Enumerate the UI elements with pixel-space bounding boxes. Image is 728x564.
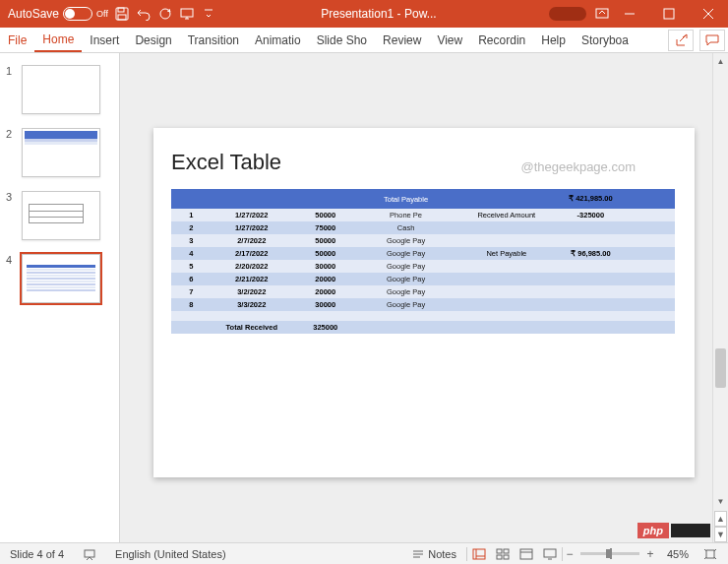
thumbnail-1[interactable]: 1 xyxy=(0,61,119,124)
table-row[interactable]: 62/21/202220000Google Pay xyxy=(171,273,675,285)
slide-editor[interactable]: Excel Table @thegeekpage.com Total Payab… xyxy=(120,53,728,542)
data-table[interactable]: Total Payable ₹ 421,985.00 11/27/2022500… xyxy=(171,189,675,334)
svg-rect-7 xyxy=(664,9,674,19)
table-row[interactable]: 11/27/202250000Phone PeReceived Amount-3… xyxy=(171,209,675,221)
svg-rect-19 xyxy=(497,555,502,559)
thumbnail-preview xyxy=(22,191,100,240)
qat-more-icon[interactable] xyxy=(201,6,216,22)
minimize-button[interactable] xyxy=(610,0,649,28)
notes-button[interactable]: Notes xyxy=(402,548,466,560)
svg-rect-2 xyxy=(118,15,126,20)
titlebar: AutoSave Off Presentation1 - Pow... xyxy=(0,0,728,28)
normal-view-button[interactable] xyxy=(468,545,490,563)
close-button[interactable] xyxy=(689,0,728,28)
thumbnail-number: 1 xyxy=(6,65,16,77)
table-row[interactable]: 21/27/202275000Cash xyxy=(171,221,675,234)
thumbnail-preview xyxy=(22,254,100,303)
thumbnail-number: 4 xyxy=(6,254,16,266)
thumbnail-number: 3 xyxy=(6,191,16,203)
autosave-state: Off xyxy=(96,9,108,19)
svg-rect-20 xyxy=(504,555,509,559)
svg-rect-4 xyxy=(181,9,193,17)
tab-storyboard[interactable]: Storyboa xyxy=(574,28,637,52)
table-row[interactable]: 32/7/202250000Google Pay xyxy=(171,234,675,247)
slide-position[interactable]: Slide 4 of 4 xyxy=(0,548,74,560)
svg-rect-21 xyxy=(520,549,532,559)
thumbnail-4[interactable]: 4 xyxy=(0,250,119,313)
tab-animations[interactable]: Animatio xyxy=(247,28,309,52)
total-payable-value: ₹ 421,985.00 xyxy=(560,189,621,209)
zoom-out-button[interactable]: − xyxy=(563,547,576,561)
tab-help[interactable]: Help xyxy=(533,28,574,52)
language-status[interactable]: English (United States) xyxy=(105,548,236,560)
total-row: Total Received325000 xyxy=(171,321,675,334)
toggle-pill-icon xyxy=(63,7,92,21)
scroll-up-icon[interactable]: ▲ xyxy=(713,53,728,69)
php-badge: php xyxy=(637,523,710,538)
comments-button[interactable] xyxy=(699,30,725,51)
vertical-scrollbar[interactable]: ▲ ▼ ▲ ▼ xyxy=(712,53,728,542)
zoom-value[interactable]: 45% xyxy=(657,548,698,560)
zoom-in-button[interactable]: + xyxy=(643,547,657,561)
thumbnail-3[interactable]: 3 xyxy=(0,187,119,250)
svg-rect-10 xyxy=(85,550,94,557)
svg-rect-18 xyxy=(504,549,509,553)
slide-thumbnails-panel: 1 2 3 4 xyxy=(0,53,120,542)
thumbnail-2[interactable]: 2 xyxy=(0,124,119,187)
slideshow-icon[interactable] xyxy=(179,6,195,22)
thumbnail-preview xyxy=(22,65,100,114)
previous-slide-button[interactable]: ▲ xyxy=(714,511,727,527)
quick-access-toolbar: AutoSave Off xyxy=(0,6,216,22)
slide-canvas[interactable]: Excel Table @thegeekpage.com Total Payab… xyxy=(153,128,695,477)
tab-transitions[interactable]: Transition xyxy=(180,28,247,52)
window-title: Presentation1 - Pow... xyxy=(216,7,541,21)
share-button[interactable] xyxy=(668,30,694,51)
window-controls xyxy=(610,0,728,28)
tab-insert[interactable]: Insert xyxy=(82,28,127,52)
user-account[interactable] xyxy=(549,7,586,21)
ribbon-display-icon[interactable] xyxy=(594,6,610,22)
tab-design[interactable]: Design xyxy=(127,28,179,52)
autosave-label: AutoSave xyxy=(8,7,59,21)
reading-view-button[interactable] xyxy=(516,545,537,563)
svg-rect-25 xyxy=(706,550,714,558)
autosave-toggle[interactable]: AutoSave Off xyxy=(8,7,108,21)
notes-label: Notes xyxy=(428,548,456,560)
accessibility-icon[interactable] xyxy=(74,548,105,560)
main-area: 1 2 3 4 Excel Table @thegeekpage.com xyxy=(0,53,728,542)
thumbnail-number: 2 xyxy=(6,128,16,140)
tab-recording[interactable]: Recordin xyxy=(470,28,533,52)
svg-rect-17 xyxy=(497,549,502,553)
tab-view[interactable]: View xyxy=(429,28,470,52)
tab-slideshow[interactable]: Slide Sho xyxy=(309,28,375,52)
svg-rect-14 xyxy=(473,549,485,559)
svg-rect-23 xyxy=(544,549,556,557)
save-icon[interactable] xyxy=(114,6,130,22)
tab-file[interactable]: File xyxy=(0,28,34,52)
thumbnail-preview xyxy=(22,128,100,177)
table-row[interactable]: 73/2/202220000Google Pay xyxy=(171,285,675,298)
watermark-text: @thegeekpage.com xyxy=(520,159,636,174)
col-total-payable: Total Payable xyxy=(359,189,453,209)
next-slide-button[interactable]: ▼ xyxy=(714,527,727,542)
fit-to-window-button[interactable] xyxy=(699,545,721,563)
zoom-slider[interactable] xyxy=(580,552,639,555)
scrollbar-thumb[interactable] xyxy=(715,348,726,388)
maximize-button[interactable] xyxy=(649,0,689,28)
slideshow-view-button[interactable] xyxy=(539,545,561,563)
table-row[interactable]: 83/3/202230000Google Pay xyxy=(171,298,675,311)
svg-rect-1 xyxy=(118,8,124,12)
slide-sorter-view-button[interactable] xyxy=(492,545,514,563)
undo-icon[interactable] xyxy=(136,6,152,22)
redo-icon[interactable] xyxy=(157,6,173,22)
svg-point-3 xyxy=(160,9,170,19)
statusbar: Slide 4 of 4 English (United States) Not… xyxy=(0,542,728,564)
tab-home[interactable]: Home xyxy=(34,28,82,52)
tab-review[interactable]: Review xyxy=(375,28,429,52)
table-row[interactable]: 52/20/202230000Google Pay xyxy=(171,260,675,273)
scroll-down-icon[interactable]: ▼ xyxy=(713,493,728,509)
table-row[interactable]: 42/17/202250000Google PayNet Payable₹ 96… xyxy=(171,247,675,260)
php-badge-text: php xyxy=(637,523,669,538)
ribbon-tabs: File Home Insert Design Transition Anima… xyxy=(0,28,728,53)
